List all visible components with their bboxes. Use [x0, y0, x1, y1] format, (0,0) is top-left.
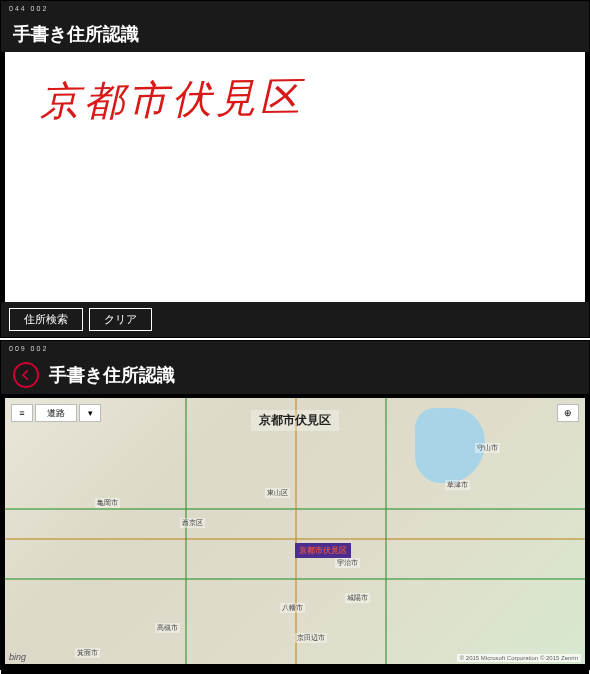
- app-header-bottom: 手書き住所認識: [1, 356, 589, 394]
- search-address-button[interactable]: 住所検索: [9, 308, 83, 331]
- frame-counter-top: 044 002: [9, 5, 48, 12]
- frame-counter-bottom: 009 002: [9, 345, 48, 352]
- back-button[interactable]: [13, 362, 39, 388]
- back-arrow-icon: [19, 368, 33, 382]
- map-view-road-button[interactable]: 道路: [35, 404, 77, 422]
- place-label: 八幡市: [280, 603, 305, 613]
- window-titlebar-top: 044 002: [1, 1, 589, 16]
- handwritten-stroke-text: 京都市伏見区: [40, 70, 305, 130]
- place-label: 守山市: [475, 443, 500, 453]
- map-container: 京都市伏見区 ≡ 道路 ▾ ⊕ 京都市伏見区 東山区 西京区 宇治市 草津市 守…: [1, 394, 589, 674]
- map-result-window: 009 002 手書き住所認識 京都市伏見区 ≡ 道路 ▾: [0, 340, 590, 670]
- place-label: 箕面市: [75, 648, 100, 658]
- clear-button[interactable]: クリア: [89, 308, 152, 331]
- road-network: [5, 398, 585, 664]
- map-view-dropdown[interactable]: ▾: [79, 404, 101, 422]
- place-label: 亀岡市: [95, 498, 120, 508]
- window-titlebar-bottom: 009 002: [1, 341, 589, 356]
- map-location-title: 京都市伏見区: [251, 410, 339, 431]
- map-controls-right: ⊕: [557, 404, 579, 422]
- app-header-top: 手書き住所認識: [1, 16, 589, 52]
- place-label: 京田辺市: [295, 633, 327, 643]
- place-label: 草津市: [445, 480, 470, 490]
- map-locate-button[interactable]: ⊕: [557, 404, 579, 422]
- place-label: 城陽市: [345, 593, 370, 603]
- map-menu-button[interactable]: ≡: [11, 404, 33, 422]
- place-label: 西京区: [180, 518, 205, 528]
- map-provider-logo: bing: [9, 652, 26, 662]
- place-label: 東山区: [265, 488, 290, 498]
- place-label: 高槻市: [155, 623, 180, 633]
- place-label: 宇治市: [335, 558, 360, 568]
- map-attribution: © 2015 Microsoft Corporation © 2015 Zenr…: [457, 654, 581, 662]
- app-title-top: 手書き住所認識: [13, 22, 139, 46]
- map-viewport[interactable]: 京都市伏見区 ≡ 道路 ▾ ⊕ 京都市伏見区 東山区 西京区 宇治市 草津市 守…: [5, 398, 585, 664]
- handwriting-input-window: 044 002 手書き住所認識 京都市伏見区 住所検索 クリア: [0, 0, 590, 338]
- map-result-pin[interactable]: 京都市伏見区: [295, 543, 351, 558]
- handwriting-canvas[interactable]: 京都市伏見区: [5, 52, 585, 302]
- map-controls-left: ≡ 道路 ▾: [11, 404, 101, 422]
- app-title-bottom: 手書き住所認識: [49, 363, 175, 387]
- action-button-bar: 住所検索 クリア: [1, 302, 589, 337]
